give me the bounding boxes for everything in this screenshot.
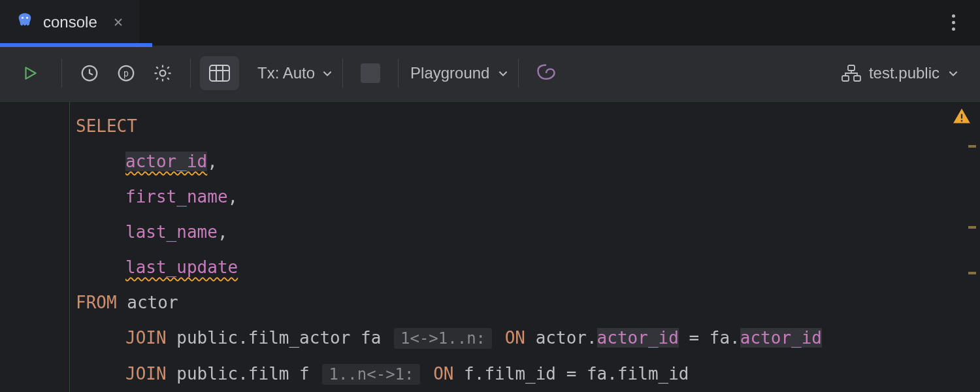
- kw-from: FROM: [76, 293, 117, 312]
- col-actor_id: actor_id: [125, 152, 207, 171]
- stop-button[interactable]: [352, 55, 389, 91]
- separator: [518, 59, 519, 88]
- cardinality-hint: 1..n<->1:: [322, 364, 420, 385]
- kw-select: SELECT: [76, 116, 137, 136]
- svg-text:p: p: [123, 68, 129, 78]
- kw-join: JOIN: [125, 328, 167, 348]
- tx-mode-dropdown[interactable]: Tx: Auto: [257, 64, 333, 82]
- toolbar: p Tx: Auto Playground test.public: [0, 45, 980, 101]
- explain-plan-icon[interactable]: p: [108, 55, 144, 91]
- settings-icon[interactable]: [144, 55, 181, 91]
- separator: [61, 59, 62, 88]
- editor-gutter: [0, 102, 71, 392]
- postgres-icon: [16, 12, 34, 33]
- tab-bar-actions: [947, 0, 980, 45]
- table-actor: actor: [127, 293, 178, 312]
- col-last_update: last_update: [125, 257, 238, 277]
- warning-icon[interactable]: [953, 107, 971, 125]
- svg-point-1: [26, 17, 28, 19]
- chevron-down-icon: [321, 67, 333, 79]
- col-last_name: last_name: [125, 222, 218, 242]
- svg-rect-7: [848, 65, 855, 71]
- error-stripe: [972, 128, 976, 392]
- schema-icon: [841, 65, 861, 82]
- tx-label: Tx: Auto: [257, 64, 315, 82]
- close-icon[interactable]: [113, 17, 123, 27]
- tab-title: console: [43, 13, 97, 31]
- ai-assist-icon[interactable]: [528, 55, 564, 91]
- table-film: public.film f: [176, 364, 310, 384]
- svg-rect-10: [961, 114, 962, 119]
- stop-icon: [361, 63, 380, 83]
- chevron-down-icon: [947, 67, 959, 79]
- run-button[interactable]: [12, 55, 48, 91]
- kw-on: ON: [505, 328, 525, 348]
- schema-label: test.public: [869, 64, 939, 82]
- svg-rect-11: [961, 120, 962, 122]
- separator: [398, 59, 399, 88]
- sql-editor[interactable]: SELECT actor_id, first_name, last_name, …: [0, 101, 980, 392]
- chevron-down-icon: [497, 67, 509, 79]
- svg-rect-8: [842, 76, 849, 81]
- separator: [342, 59, 343, 88]
- mode-label: Playground: [410, 64, 489, 82]
- more-icon[interactable]: [947, 9, 960, 36]
- schema-dropdown[interactable]: test.public: [841, 64, 959, 82]
- session-mode-dropdown[interactable]: Playground: [410, 64, 509, 82]
- table-film_actor: public.film_actor fa: [176, 328, 381, 348]
- col-first_name: first_name: [125, 187, 228, 206]
- svg-point-5: [160, 71, 166, 76]
- separator: [190, 59, 191, 88]
- svg-rect-6: [210, 65, 229, 81]
- tab-bar: console: [0, 0, 980, 45]
- cardinality-hint: 1<->1..n:: [394, 328, 492, 349]
- svg-point-0: [22, 17, 24, 19]
- svg-rect-9: [854, 76, 860, 81]
- tab-console[interactable]: console: [0, 0, 139, 45]
- history-icon[interactable]: [71, 55, 108, 91]
- kw-on: ON: [433, 364, 453, 384]
- code-area[interactable]: SELECT actor_id, first_name, last_name, …: [71, 102, 980, 392]
- output-grid-button[interactable]: [200, 56, 239, 90]
- kw-join: JOIN: [125, 364, 167, 384]
